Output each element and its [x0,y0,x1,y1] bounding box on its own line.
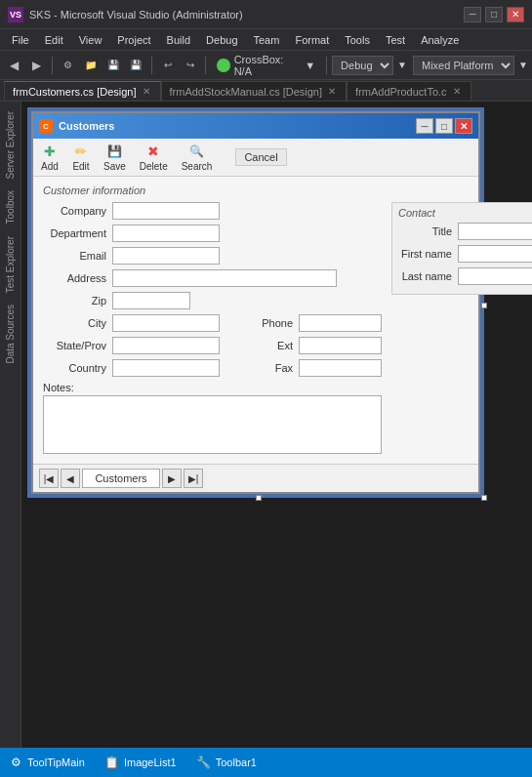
resize-handle-right[interactable] [481,303,487,308]
debug-dropdown[interactable]: Debug [332,56,393,75]
separator-4 [326,57,327,74]
email-row: Email [43,247,382,265]
resize-handle[interactable] [481,495,487,501]
toolbar-btn-1[interactable]: ⚙ [58,55,78,76]
redo-button[interactable]: ↪ [180,55,200,76]
notes-textarea[interactable] [43,395,382,454]
city-input[interactable] [112,314,220,332]
save-label: Save [103,161,126,172]
state-label: State/Prov [43,340,106,351]
app-icon: VS [8,7,23,22]
delete-tool-button[interactable]: ✖ Delete [140,143,168,172]
country-input[interactable] [112,359,220,377]
tab-close-0[interactable]: ✕ [141,86,152,98]
nav-last-button[interactable]: ▶| [184,469,203,488]
toolbar-label: Toolbar1 [216,757,257,768]
form-left-col: Company Department Email [43,202,382,456]
department-input[interactable] [112,225,220,242]
menu-view[interactable]: View [71,32,110,48]
sidebar-toolbox[interactable]: Toolbox [2,184,19,229]
left-sidebar: Server Explorer Toolbox Test Explorer Da… [0,102,21,748]
edit-tool-button[interactable]: ✏ Edit [72,143,90,172]
menu-team[interactable]: Team [246,32,288,48]
menu-bar: File Edit View Project Build Debug Team … [0,29,532,51]
search-label: Search [182,161,213,172]
undo-button[interactable]: ↩ [157,55,178,76]
notes-label: Notes: [43,382,382,393]
ext-label: Ext [229,340,293,351]
phone-label: Phone [229,317,293,329]
fax-input[interactable] [299,359,382,377]
phone-input[interactable] [299,314,382,332]
add-label: Add [41,161,59,172]
department-label: Department [43,227,106,239]
edit-icon: ✏ [72,143,90,160]
form-close-btn[interactable]: ✕ [455,118,472,134]
search-tool-button[interactable]: 🔍 Search [182,143,213,172]
nav-next-button[interactable]: ▶ [162,469,182,488]
minimize-button[interactable]: ─ [464,7,481,22]
menu-debug[interactable]: Debug [198,32,245,48]
crossbox-area: CrossBox: N/A ▼ [211,54,321,77]
close-button[interactable]: ✕ [507,7,524,22]
zip-input[interactable] [112,292,190,309]
contact-firstname-label: First name [398,248,452,260]
contact-lastname-input[interactable] [458,267,532,285]
toolbar-btn-2[interactable]: 📁 [81,55,102,76]
company-input[interactable] [112,202,220,220]
main-area: Server Explorer Toolbox Test Explorer Da… [0,102,532,748]
add-tool-button[interactable]: ✚ Add [41,143,59,172]
form-title-text: Customers [59,120,114,132]
menu-edit[interactable]: Edit [37,32,71,48]
city-label: City [43,317,106,329]
crossbox-label: CrossBox: N/A [234,54,302,77]
menu-analyze[interactable]: Analyze [413,32,467,48]
status-toolbar: 🔧 Toolbar1 [196,755,257,770]
menu-test[interactable]: Test [378,32,413,48]
crossbox-dot [217,59,229,72]
email-input[interactable] [112,247,220,265]
toolbar-icon: 🔧 [196,755,212,770]
menu-tools[interactable]: Tools [337,32,378,48]
menu-format[interactable]: Format [287,32,337,48]
contact-firstname-input[interactable] [458,245,532,263]
notes-section: Notes: [43,382,382,456]
sidebar-server-explorer[interactable]: Server Explorer [2,105,19,184]
resize-handle-bottom[interactable] [256,495,262,501]
contact-lastname-label: Last name [398,270,452,282]
toolbar-btn-4[interactable]: 💾 [126,55,146,76]
crossbox-dropdown-icon[interactable]: ▼ [305,60,315,71]
state-input[interactable] [112,337,220,354]
menu-file[interactable]: File [4,32,37,48]
cancel-button[interactable]: Cancel [235,148,286,166]
form-maximize-btn[interactable]: □ [435,118,453,134]
menu-project[interactable]: Project [109,32,158,48]
sidebar-test-explorer[interactable]: Test Explorer [2,230,19,299]
tab-frmaddstock[interactable]: frmAddStockManual.cs [Design] ✕ [161,81,348,101]
tab-close-1[interactable]: ✕ [326,86,338,98]
tooltip-label: ToolTipMain [27,757,85,768]
state-row: State/Prov Ext [43,337,382,354]
form-minimize-btn[interactable]: ─ [416,118,433,134]
ext-input[interactable] [299,337,382,354]
title-bar-text: SKS - Microsoft Visual Studio (Administr… [29,9,243,20]
country-label: Country [43,362,106,374]
sidebar-data-sources[interactable]: Data Sources [2,299,19,370]
zip-label: Zip [43,295,106,307]
toolbar-btn-3[interactable]: 💾 [103,55,124,76]
save-tool-button[interactable]: 💾 Save [103,143,126,172]
nav-first-button[interactable]: |◀ [39,469,59,488]
tab-frmaddproduct[interactable]: frmAddProductTo.c ✕ [347,81,471,101]
contact-title-input[interactable] [458,223,532,240]
back-button[interactable]: ◀ [4,55,24,76]
tab-label-0: frmCustomers.cs [Design] [13,86,137,98]
maximize-button[interactable]: □ [485,7,503,22]
tab-frmcustomers[interactable]: frmCustomers.cs [Design] ✕ [4,81,161,101]
forward-button[interactable]: ▶ [26,55,47,76]
contact-title-row: Title [398,223,532,240]
nav-prev-button[interactable]: ◀ [61,469,80,488]
address-input[interactable] [112,269,337,287]
tab-close-2[interactable]: ✕ [451,86,463,98]
menu-build[interactable]: Build [159,32,198,48]
platform-dropdown[interactable]: Mixed Platform [413,56,514,75]
